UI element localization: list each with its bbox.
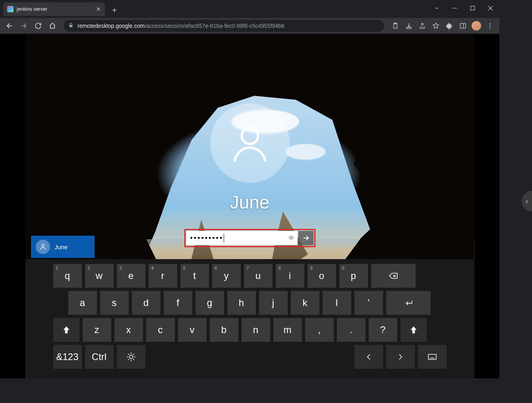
svg-point-12	[242, 128, 258, 144]
svg-point-14	[290, 237, 292, 238]
user-tile-name: June	[55, 244, 68, 250]
window-controls	[428, 0, 499, 16]
key-shift-left[interactable]	[53, 318, 79, 342]
key-l[interactable]: l	[323, 291, 351, 315]
maximize-button[interactable]	[464, 0, 482, 16]
key-arrow-left[interactable]	[354, 345, 383, 369]
svg-point-10	[489, 25, 491, 27]
key-g[interactable]: g	[195, 291, 224, 315]
password-input[interactable]: •••••••••	[186, 231, 298, 245]
svg-point-13	[289, 236, 294, 239]
key-shift-right[interactable]	[400, 318, 427, 342]
content-area: June ••••••••• June 1	[0, 34, 499, 378]
onscreen-keyboard: 1q2w3e4r5t6y7u8i9o0p asdfghjkl' zxcvbnm,…	[25, 259, 474, 378]
reload-button[interactable]	[32, 19, 44, 32]
user-avatar-large	[210, 103, 290, 183]
key-enter[interactable]	[386, 291, 431, 315]
share-icon[interactable]	[416, 19, 429, 32]
close-window-button[interactable]	[482, 0, 499, 16]
address-bar[interactable]: remotedesktop.google.com/access/session/…	[64, 20, 384, 32]
key-d[interactable]: d	[132, 291, 161, 315]
tab-search-button[interactable]	[428, 0, 446, 16]
svg-rect-1	[471, 6, 475, 10]
key-y[interactable]: 6y	[212, 264, 241, 288]
key-keyboard-toggle[interactable]	[418, 345, 447, 369]
password-masked-value: •••••••••	[190, 234, 224, 242]
svg-rect-7	[460, 23, 466, 28]
key-h[interactable]: h	[227, 291, 256, 315]
key-ctrl[interactable]: Ctrl	[85, 345, 114, 369]
extensions-icon[interactable]	[443, 19, 456, 32]
key-i[interactable]: 8i	[276, 264, 304, 288]
key-b[interactable]: b	[210, 318, 238, 342]
remote-desktop-frame[interactable]: June ••••••••• June 1	[25, 34, 474, 378]
lock-icon	[68, 23, 74, 29]
login-username: June	[230, 192, 270, 213]
key-p[interactable]: 0p	[339, 264, 368, 288]
titlebar: jenkins server ✕ +	[0, 0, 499, 18]
key-w[interactable]: 2w	[85, 264, 114, 288]
key-f[interactable]: f	[164, 291, 192, 315]
key-n[interactable]: n	[242, 318, 270, 342]
svg-point-11	[489, 27, 491, 29]
new-tab-button[interactable]: +	[109, 5, 120, 16]
key-question[interactable]: ?	[369, 318, 397, 342]
clipboard-icon[interactable]	[389, 19, 402, 32]
key-q[interactable]: 1q	[53, 264, 82, 288]
key-e[interactable]: 3e	[117, 264, 145, 288]
back-button[interactable]	[3, 19, 16, 32]
browser-toolbar: remotedesktop.google.com/access/session/…	[0, 18, 499, 34]
key-x[interactable]: x	[114, 318, 143, 342]
key-t[interactable]: 5t	[180, 264, 209, 288]
key-symbols[interactable]: &123	[53, 345, 82, 369]
profile-avatar[interactable]	[470, 19, 483, 32]
tab-favicon	[7, 6, 14, 12]
password-row: •••••••••	[184, 229, 315, 247]
key-'[interactable]: '	[354, 291, 383, 315]
url-text: remotedesktop.google.com/access/session/…	[77, 23, 284, 29]
user-tile-avatar-icon	[36, 240, 50, 254]
key-k[interactable]: k	[291, 291, 319, 315]
key-u[interactable]: 7u	[244, 264, 273, 288]
reveal-password-icon[interactable]	[288, 234, 294, 242]
key-brightness[interactable]	[117, 345, 145, 369]
svg-point-15	[41, 244, 44, 247]
key-j[interactable]: j	[259, 291, 288, 315]
install-icon[interactable]	[402, 19, 415, 32]
bookmark-icon[interactable]	[429, 19, 442, 32]
key-c[interactable]: c	[146, 318, 175, 342]
menu-button[interactable]	[484, 19, 496, 32]
svg-rect-17	[428, 355, 436, 360]
key-v[interactable]: v	[178, 318, 207, 342]
home-button[interactable]	[46, 19, 59, 32]
tab-title: jenkins server	[17, 6, 47, 12]
key-m[interactable]: m	[273, 318, 302, 342]
svg-rect-6	[406, 27, 411, 29]
key-a[interactable]: a	[68, 291, 97, 315]
key-r[interactable]: 4r	[149, 264, 177, 288]
key-arrow-right[interactable]	[386, 345, 415, 369]
key-o[interactable]: 9o	[308, 264, 336, 288]
tab-close-icon[interactable]: ✕	[96, 6, 101, 12]
key-backspace[interactable]	[371, 264, 416, 288]
browser-tab[interactable]: jenkins server ✕	[3, 2, 105, 16]
user-tile[interactable]: June	[31, 236, 95, 258]
key-z[interactable]: z	[83, 318, 111, 342]
key-s[interactable]: s	[100, 291, 129, 315]
sidepanel-icon[interactable]	[457, 19, 469, 32]
minimize-button[interactable]	[446, 0, 464, 16]
key-period[interactable]: .	[337, 318, 366, 342]
key-comma[interactable]: ,	[305, 318, 334, 342]
submit-button[interactable]	[298, 231, 313, 245]
forward-button[interactable]	[17, 19, 30, 32]
svg-point-16	[129, 355, 133, 359]
svg-point-9	[489, 23, 491, 24]
login-panel: June •••••••••	[184, 103, 315, 247]
